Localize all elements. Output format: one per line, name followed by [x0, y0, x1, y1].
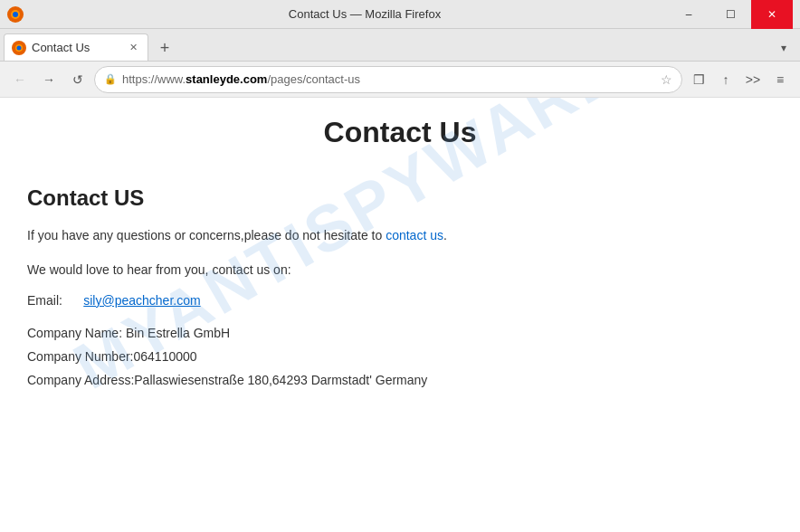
- hamburger-icon: ≡: [776, 72, 784, 87]
- company-number: Company Number:064110000: [27, 349, 773, 364]
- pocket-button[interactable]: ❒: [686, 67, 711, 92]
- pocket-icon: ❒: [693, 72, 705, 87]
- share-button[interactable]: ↑: [713, 67, 738, 92]
- window-title: Contact Us — Mozilla Firefox: [62, 7, 668, 21]
- window-controls: – ☐ ✕: [668, 0, 793, 29]
- tab-label: Contact Us: [32, 41, 90, 54]
- navbar: ← → ↺ 🔒 https://www.stanleyde.com/pages/…: [0, 62, 800, 98]
- tab-favicon: [12, 41, 26, 55]
- company-name: Company Name: Bin Estrella GmbH: [27, 326, 773, 340]
- email-label: Email:: [27, 293, 62, 308]
- back-icon: ←: [14, 72, 26, 87]
- menu-button[interactable]: ≡: [767, 67, 793, 92]
- maximize-button[interactable]: ☐: [710, 0, 751, 29]
- tab-close-button[interactable]: ✕: [126, 41, 140, 55]
- forward-icon: →: [43, 72, 55, 87]
- hear-text: We would love to hear from you, contact …: [27, 260, 773, 280]
- tab-list-button[interactable]: ▾: [771, 35, 796, 61]
- extensions-icon: >>: [746, 72, 760, 87]
- email-line: Email: sily@peachcher.com: [27, 293, 773, 308]
- back-button[interactable]: ←: [7, 67, 33, 92]
- company-address: Company Address:Pallaswiesenstraße 180,6…: [27, 373, 773, 387]
- extensions-button[interactable]: >>: [740, 67, 766, 92]
- intro-text-period: .: [443, 228, 447, 242]
- url-text: https://www.stanleyde.com/pages/contact-…: [122, 72, 360, 86]
- reload-button[interactable]: ↺: [65, 67, 90, 92]
- new-tab-button[interactable]: +: [152, 35, 177, 61]
- url-scheme: https://www.: [122, 72, 186, 86]
- page-main-title: Contact Us: [27, 116, 773, 158]
- share-icon: ↑: [723, 72, 729, 87]
- svg-point-5: [17, 45, 22, 50]
- browser-content: MYANTISPYWARE.COM Contact Us Contact US …: [0, 98, 800, 532]
- intro-text: If you have any questions or concerns,pl…: [27, 225, 773, 245]
- url-domain: stanleyde.com: [186, 72, 267, 86]
- svg-point-2: [13, 12, 18, 17]
- reload-icon: ↺: [72, 72, 83, 87]
- minimize-button[interactable]: –: [668, 0, 710, 29]
- firefox-logo: [7, 6, 24, 23]
- tabbar: Contact Us ✕ + ▾: [0, 29, 800, 62]
- active-tab[interactable]: Contact Us ✕: [4, 33, 148, 61]
- intro-text-content: If you have any questions or concerns,pl…: [27, 228, 386, 242]
- lock-icon: 🔒: [104, 73, 117, 85]
- titlebar: Contact Us — Mozilla Firefox – ☐ ✕: [0, 0, 800, 29]
- nav-right-buttons: ❒ ↑ >> ≡: [686, 67, 793, 92]
- close-button[interactable]: ✕: [751, 0, 793, 29]
- url-path: /pages/contact-us: [267, 72, 360, 86]
- contact-us-link[interactable]: contact us: [386, 228, 443, 242]
- page-section-title: Contact US: [27, 185, 773, 211]
- address-bar[interactable]: 🔒 https://www.stanleyde.com/pages/contac…: [94, 66, 682, 93]
- forward-button[interactable]: →: [36, 67, 62, 92]
- email-address[interactable]: sily@peachcher.com: [83, 293, 200, 308]
- bookmark-icon[interactable]: ☆: [661, 72, 672, 87]
